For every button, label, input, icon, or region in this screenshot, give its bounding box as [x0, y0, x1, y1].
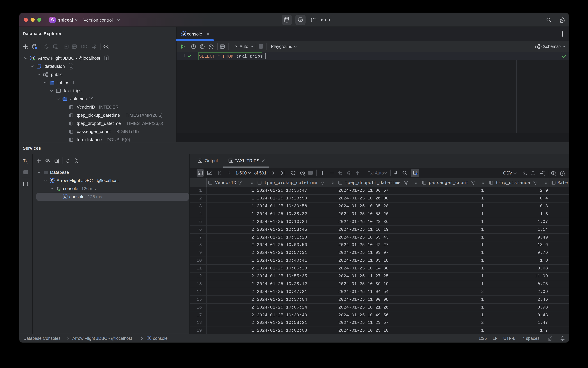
svg-text:Tx: Tx [23, 158, 27, 163]
